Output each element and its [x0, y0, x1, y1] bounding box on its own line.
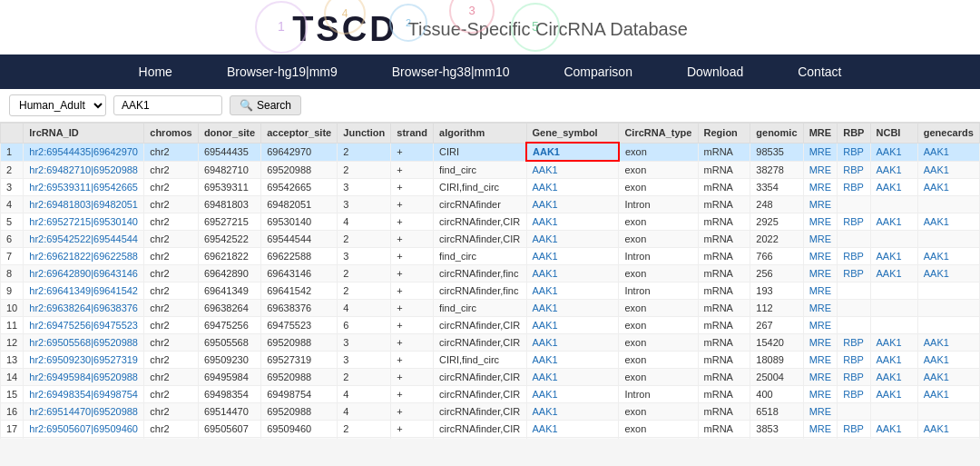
cell-gene[interactable]: AAK1: [526, 265, 619, 283]
cell-rbp[interactable]: RBP: [838, 352, 870, 369]
cell-mre[interactable]: MRE: [803, 231, 838, 248]
nav-browser-hg19[interactable]: Browser-hg19|mm9: [200, 55, 365, 89]
cell-id[interactable]: hr2:69475256|69475523: [24, 317, 144, 334]
cell-ncbi[interactable]: AAK1: [870, 334, 917, 352]
cell-id[interactable]: hr2:69505568|69520988: [24, 334, 144, 352]
cell-rbp[interactable]: [838, 317, 870, 334]
cell-rbp[interactable]: RBP: [838, 161, 870, 179]
cell-ncbi[interactable]: AAK1: [870, 438, 917, 440]
cell-genecards[interactable]: AAK1: [917, 421, 979, 438]
cell-genecards[interactable]: AAK1: [917, 334, 979, 352]
cell-genecards[interactable]: AAK1: [917, 161, 979, 179]
cell-genecards[interactable]: AAK1: [917, 179, 979, 196]
nav-comparison[interactable]: Comparison: [536, 55, 659, 89]
cell-id[interactable]: hr2:69495984|69509463: [24, 438, 144, 440]
cell-id[interactable]: hr2:69638264|69638376: [24, 300, 144, 317]
cell-gene[interactable]: AAK1: [526, 213, 619, 231]
cell-ncbi[interactable]: [870, 317, 917, 334]
cell-ncbi[interactable]: AAK1: [870, 143, 917, 161]
nav-browser-hg38[interactable]: Browser-hg38|mm10: [365, 55, 537, 89]
cell-id[interactable]: hr2:69514470|69520988: [24, 403, 144, 421]
cell-ncbi[interactable]: AAK1: [870, 369, 917, 386]
cell-mre[interactable]: MRE: [803, 161, 838, 179]
nav-download[interactable]: Download: [660, 55, 770, 89]
cell-ncbi[interactable]: AAK1: [870, 179, 917, 196]
cell-mre[interactable]: MRE: [803, 421, 838, 438]
cell-mre[interactable]: MRE: [803, 265, 838, 283]
cell-ncbi[interactable]: [870, 231, 917, 248]
cell-id[interactable]: hr2:69539311|69542665: [24, 179, 144, 196]
cell-gene[interactable]: AAK1: [526, 403, 619, 421]
cell-mre[interactable]: MRE: [803, 213, 838, 231]
cell-gene[interactable]: AAK1: [526, 283, 619, 300]
cell-genecards[interactable]: AAK1: [917, 386, 979, 403]
cell-genecards[interactable]: AAK1: [917, 369, 979, 386]
cell-genecards[interactable]: AAK1: [917, 143, 979, 161]
cell-ncbi[interactable]: [870, 196, 917, 213]
cell-rbp[interactable]: [838, 403, 870, 421]
cell-mre[interactable]: MRE: [803, 438, 838, 440]
cell-genecards[interactable]: [917, 196, 979, 213]
cell-id[interactable]: hr2:69542522|69544544: [24, 231, 144, 248]
cell-rbp[interactable]: RBP: [838, 143, 870, 161]
cell-gene[interactable]: AAK1: [526, 334, 619, 352]
cell-gene[interactable]: AAK1: [526, 248, 619, 265]
cell-mre[interactable]: MRE: [803, 283, 838, 300]
cell-gene[interactable]: AAK1: [526, 438, 619, 440]
cell-ncbi[interactable]: AAK1: [870, 213, 917, 231]
cell-id[interactable]: hr2:69481803|69482051: [24, 196, 144, 213]
cell-genecards[interactable]: [917, 317, 979, 334]
cell-genecards[interactable]: [917, 300, 979, 317]
cell-id[interactable]: hr2:69482710|69520988: [24, 161, 144, 179]
cell-rbp[interactable]: RBP: [838, 265, 870, 283]
cell-genecards[interactable]: AAK1: [917, 265, 979, 283]
cell-id[interactable]: hr2:69509230|69527319: [24, 352, 144, 369]
cell-genecards[interactable]: [917, 283, 979, 300]
cell-ncbi[interactable]: AAK1: [870, 161, 917, 179]
cell-rbp[interactable]: [838, 283, 870, 300]
cell-mre[interactable]: MRE: [803, 143, 838, 161]
cell-ncbi[interactable]: AAK1: [870, 248, 917, 265]
cell-gene[interactable]: AAK1: [526, 369, 619, 386]
search-input[interactable]: [113, 95, 222, 115]
cell-mre[interactable]: MRE: [803, 403, 838, 421]
cell-id[interactable]: hr2:69641349|69641542: [24, 283, 144, 300]
nav-contact[interactable]: Contact: [770, 55, 868, 89]
cell-id[interactable]: hr2:69527215|69530140: [24, 213, 144, 231]
cell-gene[interactable]: AAK1: [526, 196, 619, 213]
cell-ncbi[interactable]: [870, 300, 917, 317]
cell-mre[interactable]: MRE: [803, 317, 838, 334]
cell-id[interactable]: hr2:69505607|69509460: [24, 421, 144, 438]
cell-genecards[interactable]: AAK1: [917, 248, 979, 265]
cell-rbp[interactable]: [838, 231, 870, 248]
cell-mre[interactable]: MRE: [803, 334, 838, 352]
cell-gene[interactable]: AAK1: [526, 421, 619, 438]
cell-mre[interactable]: MRE: [803, 386, 838, 403]
cell-gene[interactable]: AAK1: [526, 300, 619, 317]
cell-rbp[interactable]: RBP: [838, 248, 870, 265]
cell-gene[interactable]: AAK1: [526, 231, 619, 248]
cell-id[interactable]: hr2:69544435|69642970: [24, 143, 144, 161]
cell-genecards[interactable]: AAK1: [917, 213, 979, 231]
cell-ncbi[interactable]: [870, 403, 917, 421]
cell-ncbi[interactable]: AAK1: [870, 352, 917, 369]
cell-ncbi[interactable]: AAK1: [870, 265, 917, 283]
cell-mre[interactable]: MRE: [803, 248, 838, 265]
cell-rbp[interactable]: [838, 196, 870, 213]
species-dropdown[interactable]: Human_Adult Human_Fetal Mouse_Adult Mous…: [9, 94, 106, 116]
cell-mre[interactable]: MRE: [803, 179, 838, 196]
search-button[interactable]: 🔍 Search: [230, 95, 301, 115]
cell-gene[interactable]: AAK1: [526, 161, 619, 179]
cell-genecards[interactable]: AAK1: [917, 352, 979, 369]
cell-mre[interactable]: MRE: [803, 369, 838, 386]
cell-gene[interactable]: AAK1: [526, 386, 619, 403]
cell-rbp[interactable]: RBP: [838, 334, 870, 352]
cell-id[interactable]: hr2:69621822|69622588: [24, 248, 144, 265]
cell-gene[interactable]: AAK1: [526, 179, 619, 196]
cell-rbp[interactable]: RBP: [838, 438, 870, 440]
cell-gene[interactable]: AAK1: [526, 352, 619, 369]
cell-rbp[interactable]: RBP: [838, 369, 870, 386]
cell-rbp[interactable]: RBP: [838, 386, 870, 403]
cell-genecards[interactable]: AAK1: [917, 438, 979, 440]
cell-ncbi[interactable]: AAK1: [870, 386, 917, 403]
